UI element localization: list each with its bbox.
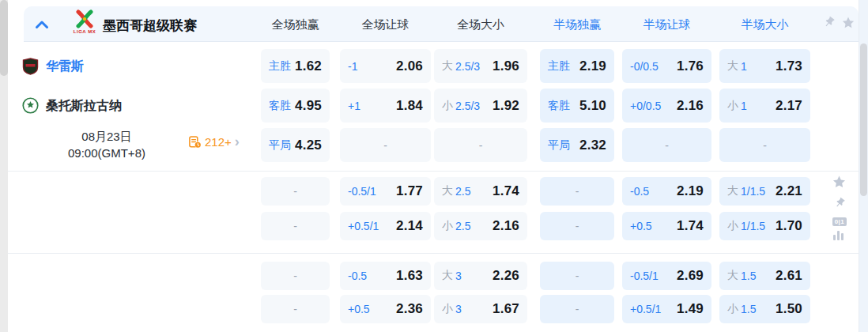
odds-cell-r2-ft-ou[interactable]: 小2.5/31.92 — [434, 89, 527, 123]
left-scrollbar[interactable] — [0, 0, 8, 332]
over-under-prefix: 大 — [442, 269, 453, 283]
corner-stat-icon[interactable]: 0|1 — [832, 217, 847, 226]
odds-cell-r2-ht-1x2[interactable]: 客胜5.10 — [540, 89, 614, 123]
odds-selection-label: 平局 — [548, 138, 570, 153]
odds-cell-r7-ht-handicap[interactable]: +0.5/11.49 — [622, 295, 711, 323]
odds-cell-r2-ht-handicap[interactable]: +0/0.52.16 — [622, 89, 711, 123]
over-under-prefix: 大 — [442, 184, 453, 198]
odds-selection-label: -0.5 — [630, 185, 649, 198]
odds-cell-r3-ht-ou: - — [719, 128, 810, 162]
odds-value: 5.10 — [579, 98, 606, 114]
odds-empty-dash: - — [293, 185, 297, 198]
over-under-prefix: 小 — [727, 219, 738, 233]
market-line: +0.5/1 — [630, 303, 661, 315]
odds-cell-r4-ft-1x2: - — [261, 177, 330, 206]
over-under-prefix: 小 — [442, 99, 453, 113]
odds-selection-label: 大3 — [442, 269, 462, 283]
odds-value: 1.74 — [492, 183, 519, 199]
market-line: 1 — [741, 100, 747, 112]
odds-cell-r4-ht-ou[interactable]: 大1/1.52.21 — [719, 177, 810, 206]
odds-cell-r6-ft-ou[interactable]: 大32.26 — [434, 262, 527, 290]
odds-value: 1.49 — [677, 301, 704, 317]
odds-empty-dash: - — [383, 139, 387, 152]
odds-value: 1.62 — [295, 58, 322, 74]
odds-empty-dash: - — [293, 220, 297, 232]
odds-cell-r3-ft-ou: - — [434, 128, 527, 162]
odds-empty-dash: - — [293, 270, 297, 282]
over-under-prefix: 大 — [727, 269, 738, 283]
odds-selection-label: -0.5/1 — [630, 270, 659, 282]
odds-cell-r6-ht-handicap[interactable]: -0.5/12.69 — [622, 262, 711, 290]
odds-value: 2.32 — [579, 138, 606, 153]
odds-value: 2.06 — [396, 58, 423, 74]
odds-cell-r6-ft-1x2: - — [261, 262, 330, 290]
odds-cell-r7-ft-handicap[interactable]: +0.52.36 — [340, 295, 431, 323]
odds-cell-r7-ft-ou[interactable]: 小31.67 — [434, 295, 527, 323]
odds-value: 1.73 — [776, 58, 802, 74]
odds-cell-r2-ht-ou[interactable]: 小12.17 — [719, 89, 810, 123]
odds-empty-dash: - — [479, 139, 483, 152]
odds-cell-r3-ft-handicap: - — [340, 128, 431, 162]
market-line: -0.5/1 — [630, 270, 659, 282]
odds-cell-r4-ft-handicap[interactable]: -0.5/11.77 — [340, 177, 431, 206]
odds-cell-r6-ht-ou[interactable]: 大1.52.61 — [719, 262, 810, 290]
odds-cell-r7-ht-ou[interactable]: 小1.51.50 — [719, 295, 810, 323]
over-under-prefix: 大 — [442, 59, 453, 74]
market-line: 主胜 — [269, 59, 291, 74]
market-line: 1/1.5 — [741, 185, 765, 198]
odds-selection-label: 主胜 — [548, 59, 570, 74]
odds-cell-r5-ft-ou[interactable]: 小2.52.16 — [434, 212, 527, 240]
odds-value: 2.19 — [677, 183, 704, 199]
odds-value: 2.21 — [776, 183, 802, 199]
odds-cell-r1-ht-ou[interactable]: 大11.73 — [719, 49, 810, 83]
market-line: 1.5 — [741, 303, 756, 315]
odds-cell-r1-ft-handicap[interactable]: -12.06 — [340, 49, 431, 83]
market-line: +0/0.5 — [630, 100, 661, 112]
market-line: -0.5/1 — [348, 185, 376, 198]
odds-cell-r4-ht-handicap[interactable]: -0.52.19 — [622, 177, 711, 206]
odds-cell-r5-ft-handicap[interactable]: +0.5/12.14 — [340, 212, 431, 240]
market-line: 1.5 — [741, 270, 756, 282]
over-under-prefix: 小 — [442, 219, 453, 233]
odds-cell-r1-ft-1x2[interactable]: 主胜1.62 — [261, 49, 330, 83]
odds-cell-r6-ft-handicap[interactable]: -0.51.63 — [340, 262, 431, 290]
odds-cell-r1-ft-ou[interactable]: 大2.5/31.96 — [434, 49, 527, 83]
market-line: 客胜 — [548, 99, 570, 113]
odds-cell-r3-ft-1x2[interactable]: 平局4.25 — [261, 128, 330, 162]
odds-selection-label: 大1 — [727, 59, 747, 74]
odds-cell-r3-ht-handicap: - — [622, 128, 711, 162]
odds-cell-r1-ht-1x2[interactable]: 主胜2.19 — [540, 49, 614, 83]
left-scrollbar-thumb[interactable] — [0, 0, 8, 76]
odds-value: 1.70 — [776, 218, 802, 234]
over-under-prefix: 大 — [727, 59, 738, 74]
market-line: 2.5/3 — [455, 60, 480, 73]
market-line: 3 — [455, 303, 462, 315]
odds-empty-dash: - — [576, 270, 579, 282]
odds-value: 1.84 — [396, 98, 423, 114]
odds-value: 2.61 — [776, 268, 802, 284]
odds-cell-r4-ft-ou[interactable]: 大2.51.74 — [434, 177, 527, 206]
odds-cell-r5-ht-ou[interactable]: 小1/1.51.70 — [719, 212, 810, 240]
odds-value: 1.50 — [776, 301, 802, 317]
market-line: 平局 — [548, 138, 570, 153]
odds-empty-dash: - — [576, 185, 579, 198]
odds-cell-r2-ft-handicap[interactable]: +11.84 — [340, 89, 431, 123]
bar-chart-icon[interactable] — [833, 231, 843, 240]
odds-selection-label: +0.5 — [348, 303, 370, 315]
odds-cell-r3-ht-1x2[interactable]: 平局2.32 — [540, 128, 614, 162]
market-line: 3 — [455, 270, 462, 282]
odds-value: 1.76 — [677, 58, 704, 74]
odds-selection-label: 小3 — [442, 302, 462, 316]
odds-cell-r1-ht-handicap[interactable]: -0/0.51.76 — [622, 49, 711, 83]
star-icon[interactable] — [832, 175, 847, 193]
odds-value: 4.95 — [295, 98, 322, 114]
odds-selection-label: +0.5 — [630, 220, 652, 232]
pin-icon[interactable] — [833, 197, 846, 213]
odds-cell-r2-ft-1x2[interactable]: 客胜4.95 — [261, 89, 330, 123]
odds-value: 2.16 — [492, 218, 519, 234]
odds-cell-r5-ht-handicap[interactable]: +0.51.74 — [622, 212, 711, 240]
right-scrollbar-thumb[interactable] — [860, 43, 867, 196]
market-line: -0.5 — [630, 185, 649, 198]
market-line: 主胜 — [548, 59, 570, 74]
right-scrollbar[interactable] — [859, 0, 868, 332]
